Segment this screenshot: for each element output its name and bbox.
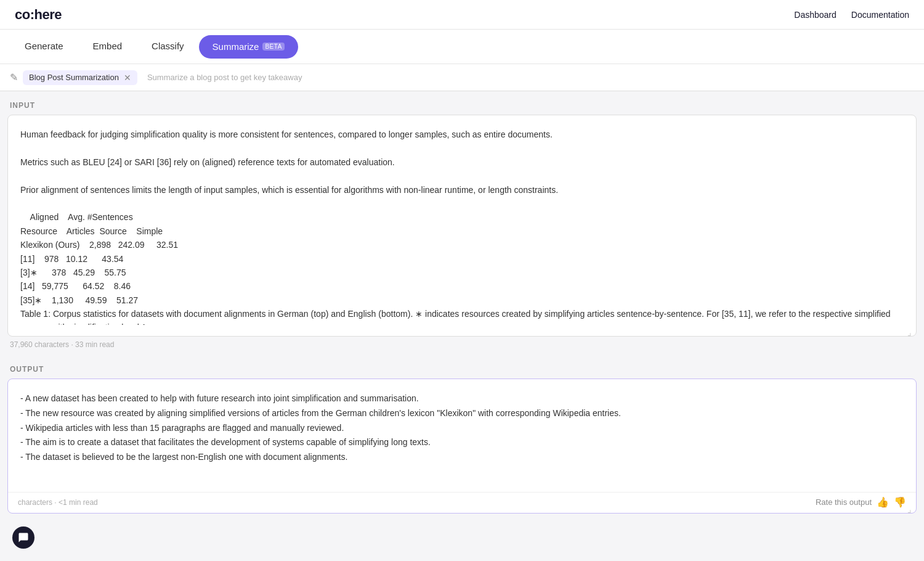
edit-icon: ✎ (10, 72, 18, 83)
subtab-close-button[interactable]: ✕ (124, 73, 131, 83)
rate-label: Rate this output (816, 498, 872, 507)
output-resize-handle[interactable]: ⌟ (907, 504, 915, 512)
output-label: OUTPUT (0, 355, 924, 379)
subtab-placeholder: Summarize a blog post to get key takeawa… (142, 73, 302, 82)
beta-badge: BETA (262, 43, 284, 51)
resize-handle[interactable]: ⌟ (907, 327, 915, 335)
thumbs-down-button[interactable]: 👎 (894, 496, 906, 508)
logo: co:here (15, 7, 62, 23)
blog-post-subtab[interactable]: Blog Post Summarization ✕ (23, 70, 137, 85)
output-char-count: characters · <1 min read (18, 498, 98, 507)
header: co:here Dashboard Documentation (0, 0, 924, 30)
subtab-bar: ✎ Blog Post Summarization ✕ Summarize a … (0, 64, 924, 91)
output-textarea[interactable] (8, 379, 916, 490)
nav-tabs-bar: Generate Embed Classify Summarize BETA (0, 30, 924, 64)
thumbs-up-button[interactable]: 👍 (877, 496, 889, 508)
input-textarea[interactable] (8, 115, 916, 325)
header-nav: Dashboard Documentation (794, 10, 909, 20)
tab-classify[interactable]: Classify (137, 30, 199, 64)
tab-summarize[interactable]: Summarize BETA (199, 35, 298, 59)
tab-generate[interactable]: Generate (10, 30, 78, 64)
dashboard-link[interactable]: Dashboard (794, 10, 837, 20)
output-area: ⌟ characters · <1 min read Rate this out… (7, 379, 917, 514)
output-footer: characters · <1 min read Rate this outpu… (8, 492, 916, 513)
main-content: INPUT ⌟ 37,960 characters · 33 min read … (0, 91, 924, 514)
input-char-count: 37,960 characters · 33 min read (0, 337, 924, 355)
input-label: INPUT (0, 91, 924, 115)
input-area: ⌟ (7, 115, 917, 337)
documentation-link[interactable]: Documentation (851, 10, 909, 20)
tab-embed[interactable]: Embed (78, 30, 137, 64)
subtab-label: Blog Post Summarization (29, 73, 119, 82)
rate-output-section: Rate this output 👍 👎 (816, 496, 906, 508)
